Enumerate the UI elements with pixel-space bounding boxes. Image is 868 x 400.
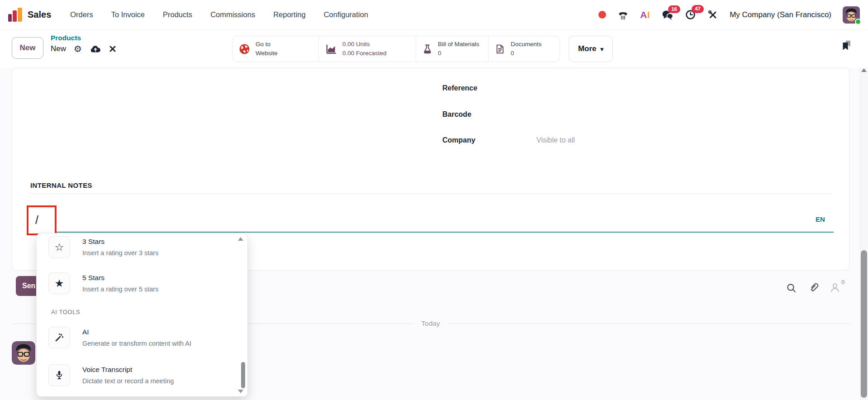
globe-icon bbox=[238, 43, 251, 55]
activities-clock-icon[interactable]: 47 bbox=[685, 9, 696, 20]
sales-app-logo-icon[interactable] bbox=[8, 8, 22, 22]
highlight-box: / bbox=[27, 205, 57, 235]
units-value: 0.00 Units bbox=[342, 40, 387, 49]
gear-icon[interactable]: ⚙ bbox=[74, 44, 82, 53]
attach-paperclip-icon[interactable] bbox=[808, 281, 820, 293]
voip-phone-icon[interactable] bbox=[617, 10, 629, 20]
powerbox-item-ai[interactable]: AI Generate or transform content with AI bbox=[48, 327, 191, 348]
menu-products[interactable]: Products bbox=[163, 10, 192, 19]
user-avatar[interactable] bbox=[843, 6, 860, 24]
followers-person-icon[interactable] bbox=[829, 282, 841, 294]
new-record-button[interactable]: New bbox=[12, 37, 43, 59]
stat-button-box: Go to Website 0.00 Units 0.00 Forecasted bbox=[232, 36, 560, 62]
discard-close-icon[interactable] bbox=[109, 45, 116, 52]
breadcrumb-products-link[interactable]: Products bbox=[51, 34, 116, 42]
barcode-field-label: Barcode bbox=[442, 110, 471, 119]
command-powerbox-dropdown: ☆ 3 Stars Insert a rating over 3 stars ★… bbox=[36, 233, 248, 397]
magic-wand-icon bbox=[48, 327, 70, 348]
more-dropdown-button[interactable]: More ▾ bbox=[569, 36, 613, 62]
notes-editor-input[interactable]: / bbox=[35, 214, 38, 227]
menu-configuration[interactable]: Configuration bbox=[324, 10, 368, 19]
chevron-down-icon: ▾ bbox=[601, 46, 604, 52]
breadcrumb-current: New bbox=[51, 44, 66, 53]
messages-badge: 16 bbox=[668, 5, 680, 14]
systray: AI 16 47 bbox=[598, 6, 860, 24]
powerbox-item-description: Insert a rating over 5 stars bbox=[82, 286, 158, 293]
menu-reporting[interactable]: Reporting bbox=[273, 10, 306, 19]
notes-divider bbox=[30, 194, 833, 194]
control-panel: New Products New ⚙ bbox=[0, 30, 868, 68]
document-icon bbox=[494, 43, 506, 55]
main-menu: Orders To Invoice Products Commissions R… bbox=[70, 10, 368, 19]
ai-assistant-icon[interactable]: AI bbox=[640, 10, 650, 20]
powerbox-item-title: Voice Transcript bbox=[82, 366, 174, 374]
powerbox-item-title: AI bbox=[82, 328, 191, 336]
app-name[interactable]: Sales bbox=[28, 10, 51, 20]
bom-label: Bill of Materials bbox=[438, 40, 479, 49]
company-field-value[interactable]: Visible to all bbox=[536, 136, 575, 144]
forecasted-value: 0.00 Forecasted bbox=[342, 49, 387, 58]
tools-icon[interactable] bbox=[707, 10, 718, 20]
recording-dot-icon[interactable] bbox=[598, 11, 606, 19]
powerbox-section-ai-tools: AI TOOLS bbox=[51, 309, 80, 315]
message-author-avatar[interactable] bbox=[12, 341, 35, 365]
company-switcher[interactable]: My Company (San Francisco) bbox=[730, 10, 831, 19]
powerbox-item-5-stars[interactable]: ★ 5 Stars Insert a rating over 5 stars bbox=[48, 272, 158, 294]
powerbox-scrollbar-thumb[interactable] bbox=[241, 362, 245, 388]
area-chart-icon bbox=[325, 43, 337, 55]
powerbox-item-title: 3 Stars bbox=[82, 238, 158, 246]
documents-count: 0 bbox=[511, 49, 541, 58]
powerbox-scroll-down-icon[interactable] bbox=[238, 390, 243, 393]
flask-icon bbox=[422, 43, 433, 55]
bill-of-materials-button[interactable]: Bill of Materials 0 bbox=[416, 36, 489, 62]
notes-field-underline bbox=[30, 232, 834, 233]
activities-badge: 47 bbox=[692, 5, 704, 13]
company-field-label: Company bbox=[442, 136, 475, 144]
menu-to-invoice[interactable]: To Invoice bbox=[111, 10, 145, 19]
reference-field-label: Reference bbox=[442, 84, 477, 92]
powerbox-item-3-stars[interactable]: ☆ 3 Stars Insert a rating over 3 stars bbox=[48, 236, 158, 258]
microphone-icon bbox=[48, 364, 70, 386]
today-label: Today bbox=[421, 319, 440, 328]
powerbox-scroll-up-icon[interactable] bbox=[238, 237, 243, 241]
internal-notes-title: INTERNAL NOTES bbox=[30, 181, 92, 189]
go-to-website-button[interactable]: Go to Website bbox=[232, 36, 319, 62]
powerbox-item-description: Generate or transform content with AI bbox=[82, 340, 191, 347]
star-outline-icon: ☆ bbox=[48, 236, 70, 258]
menu-commissions[interactable]: Commissions bbox=[210, 10, 255, 19]
top-navbar: Sales Orders To Invoice Products Commiss… bbox=[0, 0, 868, 30]
star-filled-icon: ★ bbox=[48, 272, 70, 294]
menu-orders[interactable]: Orders bbox=[70, 10, 93, 19]
breadcrumb: Products New ⚙ bbox=[51, 34, 116, 53]
translation-language-badge[interactable]: EN bbox=[816, 215, 825, 223]
online-status-dot bbox=[855, 19, 861, 25]
page-scrollbar-thumb[interactable] bbox=[861, 250, 867, 398]
page-scroll-up-icon[interactable] bbox=[861, 68, 867, 72]
documents-button[interactable]: Documents 0 bbox=[489, 36, 560, 62]
bom-count: 0 bbox=[438, 49, 479, 58]
powerbox-item-voice-transcript[interactable]: Voice Transcript Dictate text or record … bbox=[48, 364, 174, 386]
bookmark-favorites-icon[interactable] bbox=[840, 39, 854, 53]
messages-icon[interactable]: 16 bbox=[661, 10, 674, 20]
powerbox-item-title: 5 Stars bbox=[82, 274, 158, 282]
powerbox-item-description: Insert a rating over 3 stars bbox=[82, 249, 158, 257]
powerbox-item-description: Dictate text or record a meeting bbox=[82, 377, 174, 385]
search-messages-icon[interactable] bbox=[786, 282, 797, 294]
followers-count: 0 bbox=[841, 279, 844, 286]
cloud-save-icon[interactable] bbox=[90, 44, 101, 53]
go-to-website-label: Go to Website bbox=[256, 40, 287, 57]
documents-label: Documents bbox=[511, 40, 541, 49]
units-forecasted-button[interactable]: 0.00 Units 0.00 Forecasted bbox=[319, 36, 416, 62]
